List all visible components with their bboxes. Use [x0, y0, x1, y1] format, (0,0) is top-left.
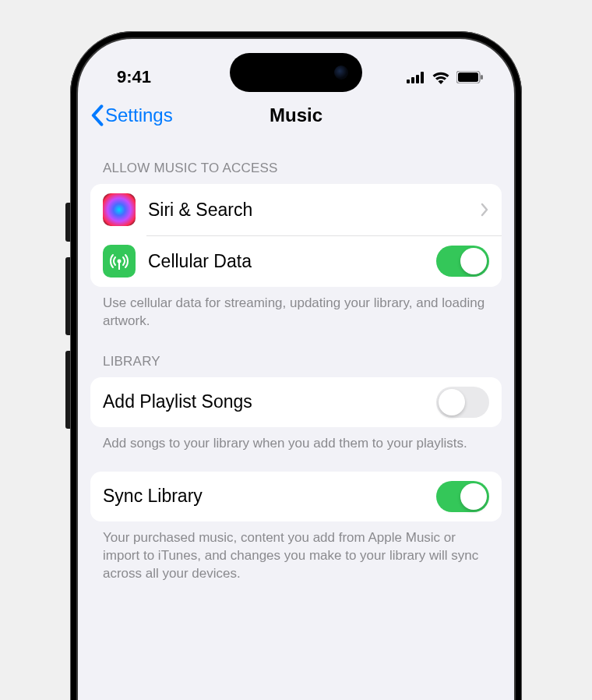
row-sync-library[interactable]: Sync Library [90, 472, 502, 521]
row-label-add-playlist: Add Playlist Songs [103, 391, 436, 412]
row-add-playlist-songs[interactable]: Add Playlist Songs [90, 377, 502, 427]
footer-sync: Your purchased music, content you add fr… [90, 521, 502, 583]
section-header-library: Library [90, 331, 502, 377]
svg-rect-0 [407, 80, 410, 83]
group-access: Siri & Search Cellular Data [90, 184, 502, 287]
cellular-signal-icon [407, 72, 425, 83]
svg-rect-8 [118, 262, 120, 270]
status-time: 9:41 [117, 67, 151, 87]
wifi-icon [432, 71, 450, 84]
svg-rect-1 [411, 77, 414, 83]
content: Allow Music to Access Siri & Search Cell… [78, 137, 514, 583]
svg-rect-6 [481, 75, 483, 80]
group-add-playlist: Add Playlist Songs [90, 377, 502, 427]
back-label: Settings [105, 104, 173, 126]
footer-add-playlist: Add songs to your library when you add t… [90, 427, 502, 453]
battery-icon [456, 71, 483, 83]
svg-rect-5 [458, 72, 478, 82]
back-button[interactable]: Settings [90, 104, 173, 126]
dynamic-island [230, 53, 362, 92]
phone-frame: 9:41 Settings Music Allow Music to Acces… [70, 31, 522, 700]
chevron-left-icon [90, 104, 104, 126]
siri-icon [103, 193, 136, 226]
row-label-cellular: Cellular Data [148, 251, 436, 272]
toggle-cellular-data[interactable] [436, 246, 489, 277]
svg-rect-3 [421, 72, 424, 83]
screen: 9:41 Settings Music Allow Music to Acces… [76, 37, 516, 700]
antenna-icon [103, 245, 136, 278]
toggle-add-playlist-songs[interactable] [436, 387, 489, 418]
section-header-access: Allow Music to Access [90, 137, 502, 184]
svg-rect-2 [416, 75, 419, 83]
nav-bar: Settings Music [78, 94, 514, 137]
footer-access: Use cellular data for streaming, updatin… [90, 287, 502, 331]
group-sync-library: Sync Library [90, 472, 502, 521]
row-label-siri: Siri & Search [148, 200, 480, 221]
row-cellular-data[interactable]: Cellular Data [90, 235, 502, 287]
toggle-sync-library[interactable] [436, 481, 489, 512]
row-label-sync: Sync Library [103, 486, 436, 507]
row-siri-search[interactable]: Siri & Search [90, 184, 502, 235]
chevron-right-icon [480, 203, 489, 217]
